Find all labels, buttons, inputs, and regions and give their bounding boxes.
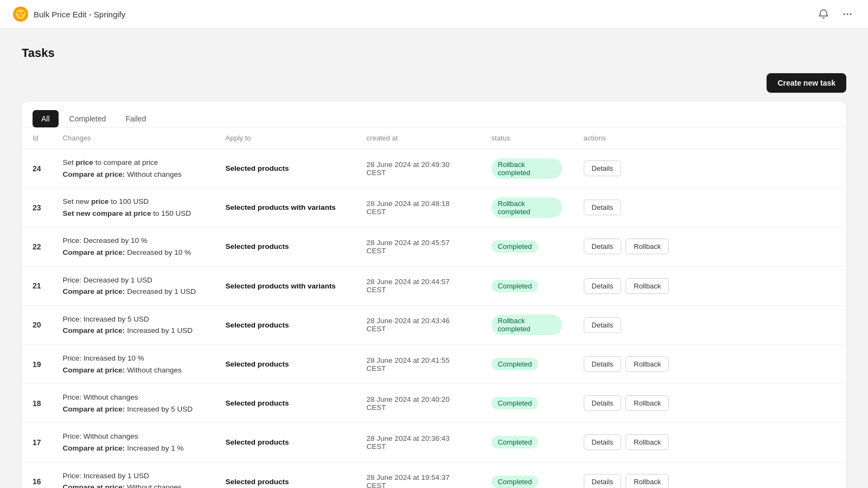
dots-icon	[842, 9, 853, 20]
col-apply-to: Apply to	[215, 127, 356, 149]
changes-line1-suffix: Decreased by 1 USD	[81, 276, 152, 284]
actions-group: Details	[584, 200, 835, 215]
changes-line2-suffix: Increased by 5 USD	[125, 405, 193, 413]
details-button[interactable]: Details	[584, 434, 622, 450]
tasks-card: All Completed Failed Id Changes Apply to…	[22, 101, 846, 488]
cell-created-at: 28 June 2024 at 20:41:55 CEST	[356, 344, 481, 383]
cell-created-at: 28 June 2024 at 19:54:37 CEST	[356, 462, 481, 488]
cell-status: Rollback completed	[481, 149, 573, 188]
cell-changes: Price: Increased by 5 USDCompare at pric…	[52, 305, 215, 344]
actions-group: DetailsRollback	[584, 474, 835, 488]
table-row: 17Price: Without changesCompare at price…	[22, 423, 846, 462]
col-id: Id	[22, 127, 52, 149]
svg-point-2	[17, 12, 20, 15]
status-badge: Completed	[492, 476, 539, 488]
create-new-task-button[interactable]: Create new task	[767, 73, 846, 93]
main-content: Tasks Create new task All Completed Fail…	[0, 29, 868, 488]
changes-line2-suffix: Decreased by 10 %	[125, 248, 191, 256]
changes-line1-prefix: Price:	[63, 393, 82, 401]
details-button[interactable]: Details	[584, 317, 622, 333]
cell-apply-to: Selected products with variants	[215, 188, 356, 227]
cell-changes: Set price to compare at priceCompare at …	[52, 149, 215, 188]
cell-status: Rollback completed	[481, 305, 573, 344]
changes-line2-bold: compare at price	[92, 209, 151, 217]
cell-created-at: 28 June 2024 at 20:40:20 CEST	[356, 384, 481, 423]
cell-id: 16	[22, 462, 52, 488]
cell-created-at: 28 June 2024 at 20:45:57 CEST	[356, 227, 481, 266]
tasks-table: Id Changes Apply to created at status ac…	[22, 127, 846, 488]
col-changes: Changes	[52, 127, 215, 149]
cell-id: 19	[22, 344, 52, 383]
cell-changes: Price: Without changesCompare at price: …	[52, 423, 215, 462]
actions-group: Details	[584, 160, 835, 176]
details-button[interactable]: Details	[584, 239, 622, 254]
cell-changes: Price: Decreased by 10 %Compare at price…	[52, 227, 215, 266]
changes-line2-prefix: Compare at price:	[63, 170, 125, 178]
cell-id: 18	[22, 384, 52, 423]
changes-line1-bold: price	[91, 197, 108, 206]
changes-line1-suffix: Decreased by 10 %	[81, 236, 148, 245]
cell-apply-to: Selected products	[215, 227, 356, 266]
details-button[interactable]: Details	[584, 356, 622, 372]
changes-line2-prefix: Compare at price:	[63, 248, 125, 256]
changes-line1-prefix: Price:	[63, 432, 82, 440]
cell-status: Completed	[481, 344, 573, 383]
changes-line1-suffix: Without changes	[81, 432, 138, 440]
cell-id: 24	[22, 149, 52, 188]
bell-button[interactable]	[816, 7, 831, 22]
changes-line1-bold: price	[76, 158, 93, 166]
cell-actions: DetailsRollback	[573, 266, 846, 305]
top-bar-left: Bulk Price Edit - Springify	[13, 7, 125, 22]
actions-group: DetailsRollback	[584, 395, 835, 411]
rollback-button[interactable]: Rollback	[626, 278, 669, 294]
tab-all[interactable]: All	[33, 110, 59, 127]
cell-actions: DetailsRollback	[573, 344, 846, 383]
status-badge: Completed	[492, 397, 539, 409]
cell-actions: DetailsRollback	[573, 384, 846, 423]
changes-line1-suffix: Without changes	[81, 393, 138, 401]
rollback-button[interactable]: Rollback	[626, 474, 669, 488]
cell-apply-to: Selected products	[215, 149, 356, 188]
rollback-button[interactable]: Rollback	[626, 395, 669, 411]
svg-point-3	[22, 12, 24, 15]
cell-changes: Price: Increased by 1 USDCompare at pric…	[52, 462, 215, 488]
cell-apply-to: Selected products	[215, 305, 356, 344]
svg-point-4	[20, 15, 22, 17]
rollback-button[interactable]: Rollback	[626, 356, 669, 372]
details-button[interactable]: Details	[584, 278, 622, 294]
details-button[interactable]: Details	[584, 474, 622, 488]
changes-line2-suffix: Without changes	[125, 170, 181, 178]
cell-id: 23	[22, 188, 52, 227]
changes-line1-suffix: to 100 USD	[108, 197, 149, 206]
more-options-button[interactable]	[840, 7, 855, 22]
cell-apply-to: Selected products	[215, 344, 356, 383]
rollback-button[interactable]: Rollback	[626, 434, 669, 450]
details-button[interactable]: Details	[584, 200, 622, 215]
col-actions: actions	[573, 127, 846, 149]
status-badge: Completed	[492, 280, 539, 292]
changes-line2-suffix: to 150 USD	[151, 209, 191, 217]
cell-created-at: 28 June 2024 at 20:48:18 CEST	[356, 188, 481, 227]
changes-line2-prefix: Compare at price:	[63, 405, 125, 413]
tab-failed[interactable]: Failed	[117, 110, 155, 127]
bell-icon	[818, 9, 829, 20]
svg-point-5	[844, 14, 845, 15]
details-button[interactable]: Details	[584, 160, 622, 176]
app-title: Bulk Price Edit - Springify	[34, 10, 125, 19]
changes-line2-suffix: Increased by 1 USD	[125, 326, 193, 335]
status-badge: Rollback completed	[492, 158, 562, 179]
changes-line1-prefix: Price:	[63, 354, 82, 362]
action-bar: Create new task	[22, 73, 846, 93]
tab-completed[interactable]: Completed	[61, 110, 115, 127]
changes-line2-prefix: Compare at price:	[63, 444, 125, 452]
cell-actions: Details	[573, 305, 846, 344]
rollback-button[interactable]: Rollback	[626, 239, 669, 254]
table-row: 18Price: Without changesCompare at price…	[22, 384, 846, 423]
cell-actions: Details	[573, 149, 846, 188]
changes-line1-suffix: Increased by 10 %	[81, 354, 144, 362]
changes-line2-prefix: Compare at price:	[63, 483, 125, 488]
cell-changes: Price: Increased by 10 %Compare at price…	[52, 344, 215, 383]
table-row: 19Price: Increased by 10 %Compare at pri…	[22, 344, 846, 383]
details-button[interactable]: Details	[584, 395, 622, 411]
cell-status: Completed	[481, 227, 573, 266]
